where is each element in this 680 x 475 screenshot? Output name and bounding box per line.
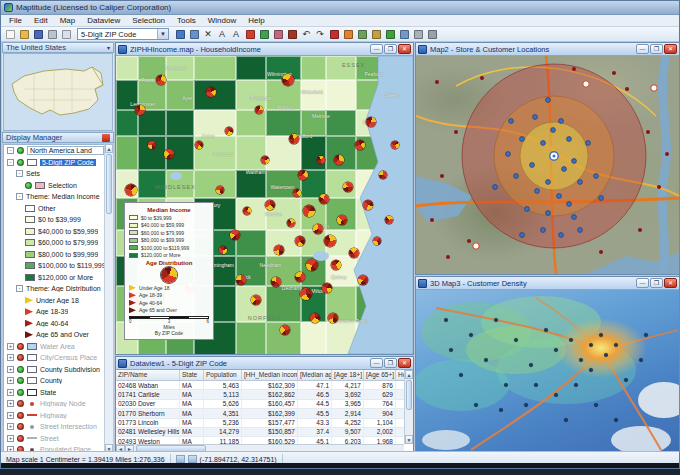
store-dot[interactable]: [454, 130, 458, 134]
menu-tools[interactable]: Tools: [171, 15, 202, 26]
customer-dot[interactable]: [572, 215, 577, 220]
open-folder-icon[interactable]: [17, 28, 31, 41]
pie-chart-marker[interactable]: [349, 248, 359, 258]
table-row[interactable]: 01741 CarlisleMA5,113$162,86246.53,69262…: [116, 390, 404, 399]
store-dot[interactable]: [440, 174, 444, 178]
customer-dot[interactable]: [557, 194, 562, 199]
layer-visible-icon[interactable]: [25, 182, 32, 189]
layer-tree-item[interactable]: +State: [4, 387, 112, 399]
minimize-button[interactable]: —: [636, 278, 649, 288]
table-row[interactable]: 02493 WestonMA11,185$160,52945.16,2031,9…: [116, 437, 404, 444]
layer-tree-item[interactable]: -5-Digit ZIP Code: [4, 157, 112, 169]
map-window-icon[interactable]: [173, 28, 187, 41]
menu-edit[interactable]: Edit: [28, 15, 54, 26]
dataview-grid-icon[interactable]: [187, 28, 201, 41]
store-dot[interactable]: [467, 239, 471, 243]
customer-dot[interactable]: [514, 174, 519, 179]
pie-chart-marker[interactable]: [343, 182, 353, 192]
close-button[interactable]: ✕: [398, 358, 411, 368]
color-theme-icon[interactable]: [243, 28, 257, 41]
pie-chart-marker[interactable]: [324, 235, 336, 247]
customer-density-dot[interactable]: [544, 328, 548, 332]
menu-dataview[interactable]: Dataview: [81, 15, 126, 26]
layer-tree-item[interactable]: $60,000 to $79,999: [4, 237, 112, 249]
pie-chart-marker[interactable]: [230, 230, 240, 240]
store-dot[interactable]: [638, 228, 642, 232]
map3-titlebar[interactable]: 3D Map3 - Customer Density — ❐ ✕: [416, 277, 679, 290]
customer-dot[interactable]: [586, 141, 591, 146]
customer-density-dot[interactable]: [589, 368, 593, 372]
measure-tool-icon[interactable]: [411, 28, 425, 41]
store-dot[interactable]: [646, 130, 650, 134]
column-header[interactable]: [HH_Median income]: [242, 370, 298, 380]
layer-visible-icon[interactable]: [17, 377, 24, 384]
info-tool-icon[interactable]: [327, 28, 341, 41]
new-document-icon[interactable]: [3, 28, 17, 41]
customer-dot[interactable]: [546, 180, 551, 185]
customer-dot[interactable]: [559, 233, 564, 238]
customer-density-dot[interactable]: [514, 338, 518, 342]
pie-chart-marker[interactable]: [306, 259, 318, 271]
customer-density-dot[interactable]: [569, 338, 573, 342]
customer-dot[interactable]: [493, 185, 498, 190]
expand-toggle-icon[interactable]: +: [7, 343, 14, 350]
maximize-button[interactable]: ❐: [650, 44, 663, 54]
customer-dot[interactable]: [520, 137, 525, 142]
pie-chart-marker[interactable]: [156, 75, 166, 85]
customer-dot[interactable]: [533, 115, 538, 120]
expand-toggle-icon[interactable]: +: [7, 412, 14, 419]
table-row[interactable]: 02468 WabanMA5,463$162,30947.14,2178761,…: [116, 381, 404, 390]
layer-tree-item[interactable]: -Sets: [4, 168, 112, 180]
close-button[interactable]: ✕: [664, 44, 677, 54]
email-icon[interactable]: [59, 28, 73, 41]
scroll-down-icon[interactable]: ▼: [405, 435, 413, 444]
pie-chart-marker[interactable]: [319, 194, 329, 204]
menu-file[interactable]: File: [3, 15, 28, 26]
pie-chart-marker[interactable]: [295, 236, 305, 246]
print-icon[interactable]: [45, 28, 59, 41]
layer-tree-item[interactable]: +County: [4, 375, 112, 387]
customer-dot[interactable]: [567, 202, 572, 207]
choropleth-map-canvas[interactable]: FitchburgLeominsterTownsendAyerActonConc…: [116, 56, 413, 354]
customer-density-dot[interactable]: [614, 343, 618, 347]
layer-tree-item[interactable]: $100,000 to $119,999: [4, 260, 112, 272]
title-bar[interactable]: Maptitude (Licensed to Caliper Corporati…: [1, 1, 679, 15]
scaled-symbol-theme-icon[interactable]: [271, 28, 285, 41]
expand-toggle-icon[interactable]: +: [7, 354, 14, 361]
customer-dot[interactable]: [546, 211, 551, 216]
close-button[interactable]: ✕: [664, 278, 677, 288]
store-dot[interactable]: [599, 250, 603, 254]
customer-density-dot[interactable]: [604, 353, 608, 357]
customer-density-dot[interactable]: [529, 363, 533, 367]
customer-density-dot[interactable]: [574, 383, 578, 387]
column-header[interactable]: [Age 65+]: [364, 370, 396, 380]
customer-density-dot[interactable]: [504, 383, 508, 387]
customer-dot[interactable]: [594, 174, 599, 179]
expand-toggle-icon[interactable]: +: [7, 423, 14, 430]
display-manager-header[interactable]: Display Manager: [2, 132, 114, 143]
layer-tree-item[interactable]: -Theme: Age Distribution: [4, 283, 112, 295]
expand-toggle-icon[interactable]: -: [16, 193, 23, 200]
expand-toggle-icon[interactable]: +: [7, 377, 14, 384]
expand-toggle-icon[interactable]: -: [7, 147, 14, 154]
customer-density-dot[interactable]: [614, 418, 618, 422]
customer-dot[interactable]: [572, 159, 577, 164]
store-dot[interactable]: [572, 67, 576, 71]
layer-tree-item[interactable]: +City/Census Place: [4, 352, 112, 364]
layer-tree-item[interactable]: Age 40-64: [4, 318, 112, 330]
minimize-button[interactable]: —: [636, 44, 649, 54]
store-dot[interactable]: [625, 87, 629, 91]
menu-help[interactable]: Help: [242, 15, 270, 26]
overview-panel-header[interactable]: The United States ▾: [2, 42, 114, 53]
chevron-down-icon[interactable]: ▼: [157, 29, 168, 39]
customer-dot[interactable]: [578, 180, 583, 185]
column-header[interactable]: ZIP/Name: [116, 370, 180, 380]
layer-tree-item[interactable]: $80,000 to $99,999: [4, 249, 112, 261]
layer-hidden-icon[interactable]: [17, 343, 24, 350]
customer-density-dot[interactable]: [624, 378, 628, 382]
layer-tree-item[interactable]: +Street: [4, 433, 112, 445]
customer-dot[interactable]: [546, 98, 551, 103]
pie-chart-marker[interactable]: [219, 246, 227, 254]
customer-density-dot[interactable]: [644, 333, 648, 337]
chart-theme-icon[interactable]: [257, 28, 271, 41]
